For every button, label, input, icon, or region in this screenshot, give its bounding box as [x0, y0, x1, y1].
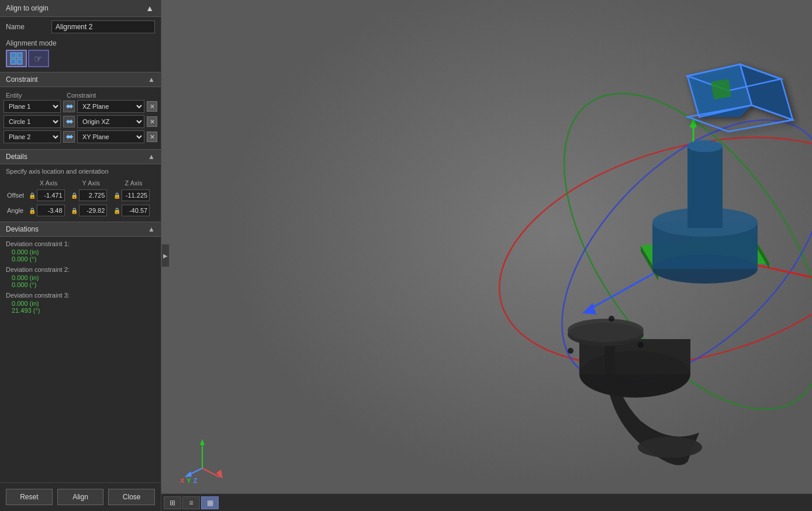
deviation-row-1: Deviation constraint 1: 0.000 (in) 0.000…	[6, 240, 155, 263]
axis-table: X Axis Y Axis Z Axis Offset 🔒	[6, 178, 155, 218]
deviations-title: Deviations	[6, 225, 39, 233]
details-section-header[interactable]: Details ▲	[0, 149, 161, 164]
flip-btn-2[interactable]	[63, 116, 75, 127]
deviations-section-header[interactable]: Deviations ▲	[0, 222, 161, 237]
remove-btn-2[interactable]: ✕	[147, 116, 157, 127]
offset-z-input[interactable]	[122, 189, 150, 201]
deviations-chevron-icon: ▲	[148, 225, 155, 233]
dev1-val1: 0.000 (in)	[6, 248, 155, 255]
axis-indicator-group: X Y Z	[179, 433, 226, 482]
flip-icon-1	[65, 102, 73, 111]
bottom-buttons: Reset Align Close	[0, 482, 161, 511]
deviation-row-2: Deviation constraint 2: 0.000 (in) 0.000…	[6, 266, 155, 288]
toolbar-btn-1[interactable]: ⊞	[164, 496, 181, 509]
svg-marker-7	[66, 134, 73, 139]
collapse-panel-button[interactable]: ▲	[144, 4, 155, 13]
dev2-val1: 0.000 (in)	[6, 274, 155, 281]
remove-btn-1[interactable]: ✕	[147, 101, 157, 112]
offset-y-cell: 🔒	[71, 189, 111, 201]
dev1-label: Deviation constraint 1:	[6, 240, 155, 247]
name-input[interactable]	[51, 20, 155, 33]
left-panel: Align to origin ▲ Name Alignment mode ☞	[0, 0, 161, 511]
angle-label: Angle	[6, 203, 27, 218]
constraint-col-header: Constraint	[67, 92, 155, 99]
svg-marker-48	[185, 471, 192, 477]
svg-rect-24	[687, 146, 723, 228]
constraint-col-headers: Entity Constraint	[4, 91, 157, 100]
z-axis-label: Z	[194, 477, 198, 484]
x-axis-header: X Axis	[27, 178, 70, 188]
name-label: Name	[6, 23, 47, 31]
svg-point-42	[609, 316, 614, 322]
svg-point-41	[638, 342, 644, 348]
svg-point-39	[638, 437, 702, 458]
dev3-val1: 0.000 (in)	[6, 300, 155, 307]
offset-x-cell: 🔒	[29, 189, 69, 201]
details-title: Details	[6, 153, 27, 161]
lock-x-angle-icon: 🔒	[29, 208, 36, 214]
toolbar-btn-2[interactable]: ≡	[182, 496, 200, 509]
hand-mode-icon: ☞	[32, 52, 45, 65]
scene-svg	[161, 0, 812, 511]
dev1-val2: 0.000 (°)	[6, 255, 155, 263]
svg-rect-1	[17, 53, 22, 58]
y-axis-label: Y	[186, 477, 191, 484]
constraint-content: Entity Constraint Plane 1 Plane 2 Circle…	[0, 87, 161, 149]
deviations-content: Deviation constraint 1: 0.000 (in) 0.000…	[0, 237, 161, 321]
constraint-select-1[interactable]: XZ Plane XY Plane YZ Plane Origin XZ	[77, 100, 144, 113]
entity-select-3[interactable]: Plane 2 Plane 1 Circle 1	[4, 130, 61, 143]
lock-z-offset-icon: 🔒	[113, 192, 120, 199]
constraint-chevron-icon: ▲	[148, 75, 155, 84]
angle-y-input[interactable]	[79, 205, 107, 216]
svg-point-40	[568, 348, 573, 354]
flip-icon-3	[65, 133, 73, 141]
flip-icon-2	[65, 118, 73, 126]
flip-btn-1[interactable]	[63, 101, 75, 112]
align-button[interactable]: Align	[57, 489, 104, 505]
constraint-row-1: Plane 1 Plane 2 Circle 1 XZ Plane XY Pla…	[4, 100, 157, 113]
panel-header: Align to origin ▲	[0, 0, 161, 17]
lock-y-offset-icon: 🔒	[71, 192, 78, 199]
angle-row: Angle 🔒 🔒	[6, 203, 155, 218]
svg-rect-0	[11, 53, 16, 58]
svg-rect-2	[11, 59, 16, 64]
offset-y-input[interactable]	[79, 189, 107, 201]
svg-rect-3	[17, 59, 22, 64]
constraint-row-3: Plane 2 Plane 1 Circle 1 XY Plane XZ Pla…	[4, 130, 157, 143]
constraint-section-header[interactable]: Constraint ▲	[0, 72, 161, 87]
angle-z-cell: 🔒	[113, 205, 154, 216]
constraint-select-3[interactable]: XY Plane XZ Plane YZ Plane Origin XZ	[77, 130, 144, 143]
flip-btn-3[interactable]	[63, 131, 75, 143]
reset-button[interactable]: Reset	[6, 489, 53, 505]
details-subtitle: Specify axis location and orientation	[6, 168, 155, 175]
svg-point-26	[687, 140, 723, 152]
dev3-label: Deviation constraint 3:	[6, 292, 155, 299]
deviation-row-3: Deviation constraint 3: 0.000 (in) 21.49…	[6, 292, 155, 314]
axis-indicator-svg	[179, 433, 226, 480]
offset-x-input[interactable]	[37, 189, 65, 201]
bottom-toolbar: ⊞ ≡ ▦	[161, 493, 812, 511]
y-axis-header: Y Axis	[70, 178, 112, 188]
svg-marker-44	[200, 439, 205, 445]
angle-x-input[interactable]	[37, 205, 65, 216]
svg-marker-6	[66, 119, 73, 124]
svg-point-38	[568, 319, 644, 342]
mode-btn-hand[interactable]: ☞	[28, 50, 49, 67]
xyz-labels: X Y Z	[180, 477, 197, 484]
panel-title: Align to origin	[6, 4, 49, 12]
angle-x-cell: 🔒	[29, 205, 69, 216]
lock-y-angle-icon: 🔒	[71, 208, 78, 214]
collapse-arrow[interactable]: ▶	[161, 244, 170, 267]
dev2-val2: 0.000 (°)	[6, 281, 155, 288]
entity-select-1[interactable]: Plane 1 Plane 2 Circle 1	[4, 100, 61, 113]
svg-marker-34	[711, 79, 731, 99]
close-button[interactable]: Close	[108, 489, 155, 505]
grid-mode-icon	[10, 52, 23, 65]
entity-select-2[interactable]: Circle 1 Plane 1 Plane 2	[4, 115, 61, 128]
mode-btn-grid[interactable]	[6, 50, 27, 67]
svg-marker-5	[66, 104, 73, 109]
constraint-select-2[interactable]: Origin XZ XZ Plane XY Plane YZ Plane	[77, 115, 144, 128]
angle-z-input[interactable]	[122, 205, 150, 216]
toolbar-btn-3[interactable]: ▦	[201, 496, 219, 509]
remove-btn-3[interactable]: ✕	[147, 132, 157, 142]
